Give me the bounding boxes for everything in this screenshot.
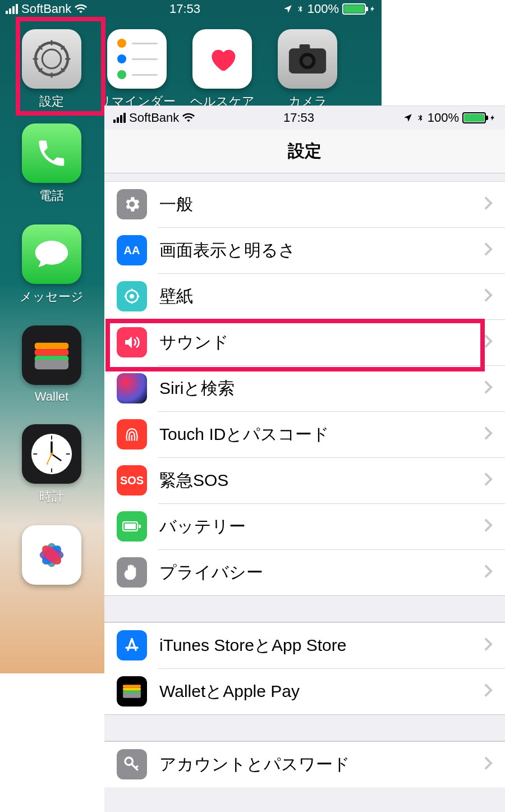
svg-rect-14 xyxy=(35,343,68,349)
chevron-right-icon xyxy=(484,637,494,654)
app-reminders[interactable]: リマインダー xyxy=(104,29,169,110)
reminders-icon xyxy=(107,29,167,89)
chevron-right-icon xyxy=(484,756,494,773)
row-wallpaper[interactable]: 壁紙 xyxy=(104,273,505,319)
charging-bolt-icon xyxy=(369,3,376,15)
key-icon xyxy=(117,749,147,779)
app-health[interactable]: ヘルスケア xyxy=(190,29,255,110)
row-battery[interactable]: バッテリー xyxy=(104,503,505,549)
battery-settings-icon xyxy=(117,511,147,542)
row-label: アカウントとパスワード xyxy=(159,753,484,776)
home-status-bar: SoftBank 17:53 100% xyxy=(0,0,382,18)
svg-rect-48 xyxy=(123,688,141,691)
sos-icon: SOS xyxy=(117,465,147,496)
chevron-right-icon xyxy=(484,426,494,443)
chevron-right-icon xyxy=(484,242,494,259)
row-privacy[interactable]: プライバシー xyxy=(104,549,505,595)
chevron-right-icon xyxy=(484,288,494,305)
battery-pct: 100% xyxy=(307,2,339,16)
row-general[interactable]: 一般 xyxy=(104,181,505,227)
settings-status-bar: SoftBank 17:53 100% xyxy=(104,106,505,130)
status-time: 17:53 xyxy=(283,111,314,125)
row-label: iTunes StoreとApp Store xyxy=(159,634,484,657)
svg-rect-43 xyxy=(125,524,136,529)
app-clock[interactable]: 時計 xyxy=(19,424,84,505)
settings-group-3: アカウントとパスワード xyxy=(104,741,505,787)
svg-point-36 xyxy=(130,294,134,299)
photos-icon xyxy=(22,525,81,585)
bluetooth-icon xyxy=(296,3,304,15)
bluetooth-icon xyxy=(416,112,424,124)
row-label: 画面表示と明るさ xyxy=(159,239,484,262)
svg-point-12 xyxy=(302,56,312,66)
row-display[interactable]: AA 画面表示と明るさ xyxy=(104,227,505,273)
row-label: バッテリー xyxy=(159,515,484,538)
wifi-icon xyxy=(182,112,195,124)
chevron-right-icon xyxy=(484,380,494,397)
row-sos[interactable]: SOS 緊急SOS xyxy=(104,457,505,503)
row-sound[interactable]: サウンド xyxy=(104,319,505,365)
row-itunes-appstore[interactable]: iTunes StoreとApp Store xyxy=(104,622,505,668)
app-phone[interactable]: 電話 xyxy=(19,123,84,204)
settings-panel: SoftBank 17:53 100% 設定 一般 AA 画面表示と明るさ xyxy=(104,105,505,812)
svg-rect-13 xyxy=(300,44,310,50)
wallet-icon xyxy=(22,325,81,385)
wifi-icon xyxy=(75,3,87,15)
row-label: 一般 xyxy=(159,193,484,216)
messages-icon xyxy=(22,224,81,284)
svg-point-26 xyxy=(50,452,53,455)
camera-icon xyxy=(278,29,337,89)
app-photos[interactable] xyxy=(19,525,84,589)
chevron-right-icon xyxy=(484,683,494,700)
sound-icon xyxy=(117,327,147,357)
row-label: プライバシー xyxy=(159,561,484,584)
chevron-right-icon xyxy=(484,334,494,351)
svg-rect-15 xyxy=(35,349,68,355)
app-label: 時計 xyxy=(39,488,64,505)
status-time: 17:53 xyxy=(169,2,200,16)
app-label: メッセージ xyxy=(20,288,84,305)
settings-group-1: 一般 AA 画面表示と明るさ 壁紙 サウンド Siriと検索 xyxy=(104,181,505,595)
signal-bars-icon xyxy=(6,4,18,14)
row-wallet-applepay[interactable]: WalletとApple Pay xyxy=(104,668,505,714)
app-camera[interactable]: カメラ xyxy=(275,29,340,110)
gear-icon xyxy=(117,189,147,219)
row-label: サウンド xyxy=(159,331,484,354)
svg-rect-17 xyxy=(35,360,68,369)
settings-group-2: iTunes StoreとApp Store WalletとApple Pay xyxy=(104,622,505,714)
row-label: Siriと検索 xyxy=(159,377,484,400)
row-label: WalletとApple Pay xyxy=(159,680,484,703)
app-label: Wallet xyxy=(35,389,68,404)
carrier-label: SoftBank xyxy=(21,2,71,16)
location-icon xyxy=(283,4,293,14)
chevron-right-icon xyxy=(484,564,494,581)
row-siri[interactable]: Siriと検索 xyxy=(104,365,505,411)
wallet-pay-icon xyxy=(117,676,147,707)
battery-icon xyxy=(342,3,366,15)
chevron-right-icon xyxy=(484,472,494,489)
phone-icon xyxy=(22,123,81,183)
health-icon xyxy=(192,29,252,89)
appstore-icon xyxy=(117,630,147,660)
wallpaper-icon xyxy=(117,281,147,311)
carrier-label: SoftBank xyxy=(129,111,179,125)
row-accounts-passwords[interactable]: アカウントとパスワード xyxy=(104,741,505,787)
privacy-hand-icon xyxy=(117,557,147,588)
app-label: 電話 xyxy=(39,187,64,204)
chevron-right-icon xyxy=(484,518,494,535)
siri-icon xyxy=(117,373,147,403)
fingerprint-icon xyxy=(117,419,147,449)
battery-icon xyxy=(462,112,486,123)
app-wallet[interactable]: Wallet xyxy=(19,325,84,404)
home-col-apps: 電話 メッセージ Wallet 時計 xyxy=(19,123,84,589)
chevron-right-icon xyxy=(484,196,494,213)
clock-icon xyxy=(22,424,81,484)
row-label: 壁紙 xyxy=(159,285,484,308)
signal-bars-icon xyxy=(113,113,126,123)
app-messages[interactable]: メッセージ xyxy=(19,224,84,305)
display-icon: AA xyxy=(117,235,147,265)
row-touchid[interactable]: Touch IDとパスコード xyxy=(104,411,505,457)
highlight-settings-app xyxy=(16,17,105,116)
svg-rect-50 xyxy=(123,693,141,698)
battery-pct: 100% xyxy=(428,111,459,125)
